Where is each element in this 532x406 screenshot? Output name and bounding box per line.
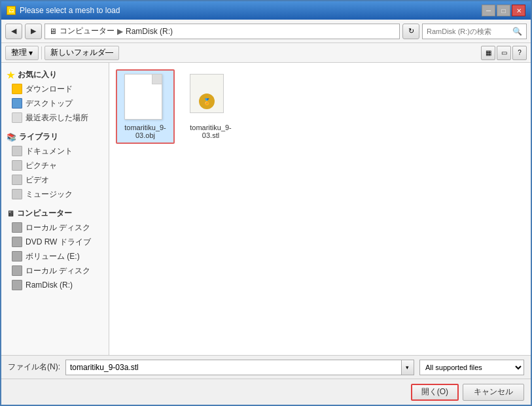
- close-button[interactable]: ✕: [512, 5, 525, 16]
- sidebar-library-label: ライブラリ: [19, 131, 58, 143]
- file-item-obj[interactable]: tomaritiku_9-03.obj: [116, 69, 175, 144]
- back-button[interactable]: ◀: [5, 24, 22, 39]
- search-bar[interactable]: 🔍: [422, 24, 527, 39]
- button-area: 開く(O) キャンセル: [1, 379, 531, 405]
- stl-icon-container: 🏅: [190, 74, 224, 113]
- breadcrumb[interactable]: 🖥 コンピューター ▶ RamDisk (R:): [44, 24, 400, 39]
- title-controls: ─ □ ✕: [482, 5, 525, 16]
- breadcrumb-root: コンピューター: [60, 25, 115, 37]
- view-icon-1: ▦: [486, 49, 491, 56]
- desktop-icon: [12, 98, 22, 109]
- sidebar-favorites-label: お気に入り: [18, 69, 57, 80]
- sidebar-item-video[interactable]: ビデオ: [1, 173, 109, 187]
- sidebar-item-label: デスクトップ: [26, 98, 73, 109]
- title-bar: 🗂 Please select a mesh to load ─ □ ✕: [1, 1, 531, 20]
- pictures-icon: [12, 160, 22, 171]
- help-button[interactable]: ?: [512, 46, 527, 60]
- sidebar-item-ramdisk[interactable]: RamDisk (R:): [1, 278, 109, 292]
- sidebar-item-label: 最近表示した場所: [26, 112, 88, 124]
- file-page-obj: [124, 74, 162, 120]
- documents-icon: [12, 146, 22, 156]
- sidebar-item-recent[interactable]: 最近表示した場所: [1, 110, 109, 125]
- sidebar-item-desktop[interactable]: デスクトップ: [1, 96, 109, 110]
- sidebar-item-label: ダウンロード: [26, 84, 73, 95]
- title-bar-left: 🗂 Please select a mesh to load: [7, 6, 120, 15]
- stl-file-icon: 🏅: [190, 74, 232, 121]
- filename-input[interactable]: [65, 360, 402, 375]
- localdisk2-icon: [12, 265, 22, 276]
- obj-file-name: tomaritiku_9-03.obj: [120, 124, 170, 139]
- filename-dropdown-btn[interactable]: ▾: [402, 360, 414, 375]
- sidebar-item-label: ビデオ: [26, 175, 49, 186]
- sidebar-item-label: ローカル ディスク: [26, 222, 90, 233]
- filename-row: ファイル名(N): ▾ All supported files: [1, 355, 531, 379]
- file-dialog-window: 🗂 Please select a mesh to load ─ □ ✕ ◀ ▶…: [0, 0, 532, 406]
- sidebar-computer-header[interactable]: 🖥 コンピューター: [1, 207, 109, 220]
- forward-icon: ▶: [31, 27, 36, 35]
- ramdisk-icon: [12, 280, 22, 290]
- new-folder-label: 新しいフォルダ―: [50, 47, 113, 58]
- sidebar-item-localdisk[interactable]: ローカル ディスク: [1, 220, 109, 235]
- window-title: Please select a mesh to load: [20, 6, 120, 15]
- sidebar-item-label: ドキュメント: [26, 146, 73, 157]
- sidebar-computer-label: コンピューター: [17, 208, 72, 219]
- sidebar-item-downloads[interactable]: ダウンロード: [1, 82, 109, 96]
- refresh-button[interactable]: ↻: [402, 24, 419, 39]
- sidebar-section-computer: 🖥 コンピューター ローカル ディスク DVD RW ドライブ ボリューム (E…: [1, 207, 109, 292]
- stl-badge: 🏅: [199, 93, 215, 109]
- stl-file-name: tomaritiku_9-03.stl: [186, 124, 236, 139]
- sidebar-section-favorites: ★ お気に入り ダウンロード デスクトップ 最近表示した場所: [1, 68, 109, 125]
- sidebar-item-label: RamDisk (R:): [26, 280, 73, 290]
- forward-button[interactable]: ▶: [25, 24, 42, 39]
- sidebar-item-pictures[interactable]: ピクチャ: [1, 158, 109, 173]
- sidebar-section-library: 📚 ライブラリ ドキュメント ピクチャ ビデオ ミュージック: [1, 130, 109, 201]
- organize-button[interactable]: 整理 ▾: [5, 46, 39, 60]
- library-icon: 📚: [7, 133, 16, 142]
- computer-icon: 🖥: [7, 209, 14, 218]
- sidebar-item-dvd[interactable]: DVD RW ドライブ: [1, 235, 109, 249]
- open-button[interactable]: 開く(O): [411, 384, 459, 401]
- refresh-icon: ↻: [408, 27, 414, 35]
- file-area[interactable]: tomaritiku_9-03.obj 🏅 tomaritiku_9-03.st…: [109, 63, 531, 355]
- view-button-1[interactable]: ▦: [481, 46, 495, 60]
- filename-label: ファイル名(N):: [8, 362, 60, 373]
- sidebar-library-header[interactable]: 📚 ライブラリ: [1, 130, 109, 144]
- folder-icon: [12, 84, 22, 94]
- breadcrumb-icon: 🖥: [49, 27, 57, 36]
- sidebar-item-label: ミュージック: [26, 189, 73, 200]
- breadcrumb-separator-1: ▶: [117, 27, 123, 36]
- recent-icon: [12, 112, 22, 123]
- filetype-select[interactable]: All supported files: [419, 360, 524, 375]
- sidebar-item-label: ピクチャ: [26, 160, 57, 171]
- volume-e-icon: [12, 251, 22, 262]
- dvd-icon: [12, 237, 22, 247]
- music-icon: [12, 189, 22, 199]
- sidebar-item-documents[interactable]: ドキュメント: [1, 144, 109, 158]
- sidebar-item-localdisk2[interactable]: ローカル ディスク: [1, 263, 109, 278]
- sidebar-favorites-header[interactable]: ★ お気に入り: [1, 68, 109, 82]
- sidebar: ★ お気に入り ダウンロード デスクトップ 最近表示した場所: [1, 63, 109, 355]
- search-icon: 🔍: [512, 27, 522, 36]
- view-button-2[interactable]: ▭: [497, 46, 511, 60]
- filetype-select-wrapper: All supported files: [419, 360, 524, 375]
- localdisk-icon: [12, 222, 22, 233]
- video-icon: [12, 175, 22, 185]
- star-icon: ★: [7, 70, 15, 80]
- organize-label: 整理: [11, 47, 27, 58]
- file-item-stl[interactable]: 🏅 tomaritiku_9-03.stl: [181, 69, 240, 144]
- filename-input-wrapper: ▾: [65, 360, 414, 375]
- search-input[interactable]: [427, 27, 512, 35]
- window-icon: 🗂: [7, 6, 16, 15]
- minimize-button[interactable]: ─: [482, 5, 495, 16]
- organize-arrow-icon: ▾: [29, 48, 33, 58]
- new-folder-button[interactable]: 新しいフォルダ―: [44, 46, 119, 60]
- sidebar-item-label: ローカル ディスク: [26, 265, 90, 277]
- toolbar-separator: [41, 46, 42, 59]
- breadcrumb-current: RamDisk (R:): [126, 27, 173, 36]
- maximize-button[interactable]: □: [497, 5, 510, 16]
- cancel-button[interactable]: キャンセル: [463, 384, 524, 401]
- sidebar-item-volume-e[interactable]: ボリューム (E:): [1, 249, 109, 263]
- view-icon-2: ▭: [501, 49, 507, 56]
- sidebar-item-music[interactable]: ミュージック: [1, 187, 109, 201]
- address-bar: ◀ ▶ 🖥 コンピューター ▶ RamDisk (R:) ↻ 🔍: [1, 20, 531, 43]
